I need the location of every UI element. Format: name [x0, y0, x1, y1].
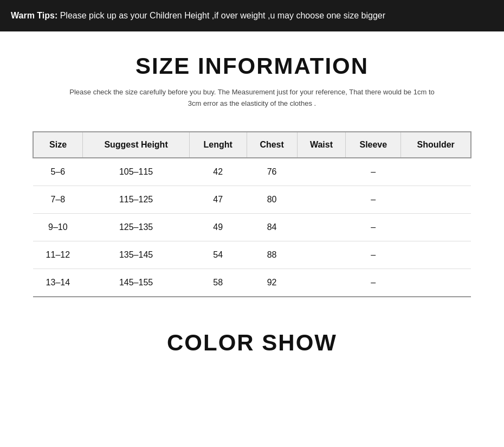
- table-cell: 125–135: [83, 213, 190, 241]
- table-cell: –: [346, 241, 401, 269]
- col-header-suggest-height: Suggest Height: [83, 132, 190, 158]
- table-cell: [297, 186, 346, 213]
- table-cell: [297, 241, 346, 269]
- table-cell: 92: [247, 269, 297, 297]
- table-cell: [401, 158, 471, 186]
- size-info-subtitle: Please check the size carefully before y…: [33, 87, 471, 110]
- table-cell: –: [346, 158, 401, 186]
- table-cell: [401, 186, 471, 213]
- table-cell: 42: [189, 158, 247, 186]
- table-cell: 135–145: [83, 241, 190, 269]
- table-cell: 7–8: [33, 186, 83, 213]
- table-cell: 84: [247, 213, 297, 241]
- table-row: 13–14145–1555892–: [33, 269, 471, 297]
- size-info-title: SIZE INFORMATION: [33, 53, 471, 79]
- col-header-shoulder: Shoulder: [401, 132, 471, 158]
- warm-tips-message: Please pick up as your Children Height ,…: [60, 11, 385, 20]
- col-header-chest: Chest: [247, 132, 297, 158]
- col-header-sleeve: Sleeve: [346, 132, 401, 158]
- table-cell: 58: [189, 269, 247, 297]
- table-row: 11–12135–1455488–: [33, 241, 471, 269]
- table-cell: 5–6: [33, 158, 83, 186]
- col-header-size: Size: [33, 132, 83, 158]
- table-cell: [401, 241, 471, 269]
- warm-tips-bar: Warm Tips: Please pick up as your Childr…: [0, 0, 504, 31]
- table-row: 7–8115–1254780–: [33, 186, 471, 213]
- col-header-waist: Waist: [297, 132, 346, 158]
- table-cell: 80: [247, 186, 297, 213]
- table-cell: 88: [247, 241, 297, 269]
- table-cell: 49: [189, 213, 247, 241]
- table-cell: 105–115: [83, 158, 190, 186]
- warm-tips-label: Warm Tips:: [11, 11, 57, 20]
- table-cell: [297, 269, 346, 297]
- table-cell: –: [346, 213, 401, 241]
- table-cell: 115–125: [83, 186, 190, 213]
- size-table: Size Suggest Height Lenght Chest Waist S…: [33, 131, 471, 297]
- table-cell: [401, 213, 471, 241]
- table-header-row: Size Suggest Height Lenght Chest Waist S…: [33, 132, 471, 158]
- table-cell: [297, 158, 346, 186]
- col-header-lenght: Lenght: [189, 132, 247, 158]
- table-row: 5–6105–1154276–: [33, 158, 471, 186]
- table-cell: [401, 269, 471, 297]
- table-cell: 145–155: [83, 269, 190, 297]
- table-cell: –: [346, 186, 401, 213]
- table-cell: 13–14: [33, 269, 83, 297]
- table-cell: 76: [247, 158, 297, 186]
- table-cell: 47: [189, 186, 247, 213]
- table-cell: –: [346, 269, 401, 297]
- table-cell: 11–12: [33, 241, 83, 269]
- table-cell: [297, 213, 346, 241]
- table-cell: 54: [189, 241, 247, 269]
- color-show-title: COLOR SHOW: [33, 330, 471, 356]
- table-row: 9–10125–1354984–: [33, 213, 471, 241]
- table-cell: 9–10: [33, 213, 83, 241]
